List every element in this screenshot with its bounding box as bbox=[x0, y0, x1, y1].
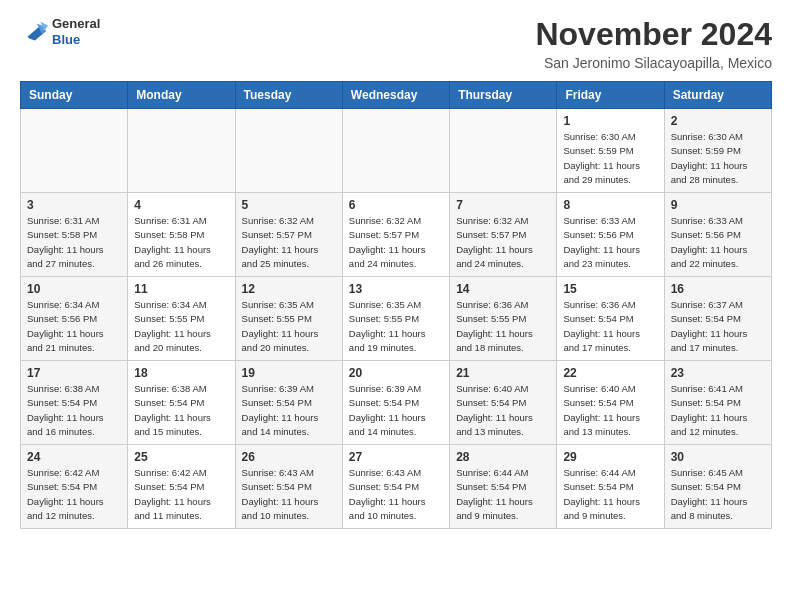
day-info: Sunrise: 6:32 AMSunset: 5:57 PMDaylight:… bbox=[456, 214, 550, 271]
month-title: November 2024 bbox=[535, 16, 772, 53]
day-info: Sunrise: 6:34 AMSunset: 5:56 PMDaylight:… bbox=[27, 298, 121, 355]
day-info: Sunrise: 6:36 AMSunset: 5:55 PMDaylight:… bbox=[456, 298, 550, 355]
day-header-friday: Friday bbox=[557, 82, 664, 109]
day-info: Sunrise: 6:32 AMSunset: 5:57 PMDaylight:… bbox=[349, 214, 443, 271]
day-number: 23 bbox=[671, 366, 765, 380]
day-number: 22 bbox=[563, 366, 657, 380]
calendar-cell bbox=[450, 109, 557, 193]
calendar-cell: 4Sunrise: 6:31 AMSunset: 5:58 PMDaylight… bbox=[128, 193, 235, 277]
day-header-tuesday: Tuesday bbox=[235, 82, 342, 109]
calendar-cell: 11Sunrise: 6:34 AMSunset: 5:55 PMDayligh… bbox=[128, 277, 235, 361]
day-number: 9 bbox=[671, 198, 765, 212]
day-info: Sunrise: 6:37 AMSunset: 5:54 PMDaylight:… bbox=[671, 298, 765, 355]
calendar-cell: 24Sunrise: 6:42 AMSunset: 5:54 PMDayligh… bbox=[21, 445, 128, 529]
logo-text: General Blue bbox=[52, 16, 100, 47]
day-info: Sunrise: 6:43 AMSunset: 5:54 PMDaylight:… bbox=[242, 466, 336, 523]
calendar-cell: 14Sunrise: 6:36 AMSunset: 5:55 PMDayligh… bbox=[450, 277, 557, 361]
title-section: November 2024 San Jeronimo Silacayoapill… bbox=[535, 16, 772, 71]
day-header-thursday: Thursday bbox=[450, 82, 557, 109]
day-info: Sunrise: 6:30 AMSunset: 5:59 PMDaylight:… bbox=[563, 130, 657, 187]
logo-line1: General bbox=[52, 16, 100, 32]
location: San Jeronimo Silacayoapilla, Mexico bbox=[535, 55, 772, 71]
day-info: Sunrise: 6:33 AMSunset: 5:56 PMDaylight:… bbox=[563, 214, 657, 271]
calendar-cell: 20Sunrise: 6:39 AMSunset: 5:54 PMDayligh… bbox=[342, 361, 449, 445]
calendar-week-5: 24Sunrise: 6:42 AMSunset: 5:54 PMDayligh… bbox=[21, 445, 772, 529]
calendar-week-3: 10Sunrise: 6:34 AMSunset: 5:56 PMDayligh… bbox=[21, 277, 772, 361]
day-number: 5 bbox=[242, 198, 336, 212]
day-number: 14 bbox=[456, 282, 550, 296]
day-header-monday: Monday bbox=[128, 82, 235, 109]
day-number: 26 bbox=[242, 450, 336, 464]
day-number: 25 bbox=[134, 450, 228, 464]
day-number: 11 bbox=[134, 282, 228, 296]
calendar-cell: 23Sunrise: 6:41 AMSunset: 5:54 PMDayligh… bbox=[664, 361, 771, 445]
day-number: 1 bbox=[563, 114, 657, 128]
day-info: Sunrise: 6:38 AMSunset: 5:54 PMDaylight:… bbox=[27, 382, 121, 439]
page-header: General Blue November 2024 San Jeronimo … bbox=[20, 16, 772, 71]
day-number: 2 bbox=[671, 114, 765, 128]
logo-line2: Blue bbox=[52, 32, 100, 48]
calendar-cell: 7Sunrise: 6:32 AMSunset: 5:57 PMDaylight… bbox=[450, 193, 557, 277]
day-info: Sunrise: 6:31 AMSunset: 5:58 PMDaylight:… bbox=[27, 214, 121, 271]
calendar-cell: 3Sunrise: 6:31 AMSunset: 5:58 PMDaylight… bbox=[21, 193, 128, 277]
calendar-cell: 10Sunrise: 6:34 AMSunset: 5:56 PMDayligh… bbox=[21, 277, 128, 361]
day-number: 15 bbox=[563, 282, 657, 296]
day-number: 18 bbox=[134, 366, 228, 380]
logo-icon bbox=[20, 18, 48, 46]
calendar-cell: 18Sunrise: 6:38 AMSunset: 5:54 PMDayligh… bbox=[128, 361, 235, 445]
calendar-cell: 16Sunrise: 6:37 AMSunset: 5:54 PMDayligh… bbox=[664, 277, 771, 361]
day-info: Sunrise: 6:39 AMSunset: 5:54 PMDaylight:… bbox=[242, 382, 336, 439]
day-number: 3 bbox=[27, 198, 121, 212]
calendar-cell: 13Sunrise: 6:35 AMSunset: 5:55 PMDayligh… bbox=[342, 277, 449, 361]
calendar-cell: 22Sunrise: 6:40 AMSunset: 5:54 PMDayligh… bbox=[557, 361, 664, 445]
calendar-cell: 30Sunrise: 6:45 AMSunset: 5:54 PMDayligh… bbox=[664, 445, 771, 529]
day-number: 4 bbox=[134, 198, 228, 212]
day-header-sunday: Sunday bbox=[21, 82, 128, 109]
calendar-table: SundayMondayTuesdayWednesdayThursdayFrid… bbox=[20, 81, 772, 529]
calendar-cell: 25Sunrise: 6:42 AMSunset: 5:54 PMDayligh… bbox=[128, 445, 235, 529]
calendar-cell bbox=[342, 109, 449, 193]
day-number: 6 bbox=[349, 198, 443, 212]
day-info: Sunrise: 6:36 AMSunset: 5:54 PMDaylight:… bbox=[563, 298, 657, 355]
calendar-cell: 1Sunrise: 6:30 AMSunset: 5:59 PMDaylight… bbox=[557, 109, 664, 193]
calendar-cell: 29Sunrise: 6:44 AMSunset: 5:54 PMDayligh… bbox=[557, 445, 664, 529]
calendar-header-row: SundayMondayTuesdayWednesdayThursdayFrid… bbox=[21, 82, 772, 109]
calendar-cell: 28Sunrise: 6:44 AMSunset: 5:54 PMDayligh… bbox=[450, 445, 557, 529]
day-info: Sunrise: 6:38 AMSunset: 5:54 PMDaylight:… bbox=[134, 382, 228, 439]
day-number: 30 bbox=[671, 450, 765, 464]
calendar-week-2: 3Sunrise: 6:31 AMSunset: 5:58 PMDaylight… bbox=[21, 193, 772, 277]
calendar-cell bbox=[235, 109, 342, 193]
day-info: Sunrise: 6:44 AMSunset: 5:54 PMDaylight:… bbox=[456, 466, 550, 523]
calendar-cell: 6Sunrise: 6:32 AMSunset: 5:57 PMDaylight… bbox=[342, 193, 449, 277]
day-info: Sunrise: 6:35 AMSunset: 5:55 PMDaylight:… bbox=[242, 298, 336, 355]
day-number: 12 bbox=[242, 282, 336, 296]
day-header-wednesday: Wednesday bbox=[342, 82, 449, 109]
calendar-cell bbox=[21, 109, 128, 193]
calendar-cell: 12Sunrise: 6:35 AMSunset: 5:55 PMDayligh… bbox=[235, 277, 342, 361]
day-header-saturday: Saturday bbox=[664, 82, 771, 109]
day-number: 16 bbox=[671, 282, 765, 296]
day-number: 27 bbox=[349, 450, 443, 464]
calendar-cell: 17Sunrise: 6:38 AMSunset: 5:54 PMDayligh… bbox=[21, 361, 128, 445]
calendar-cell: 15Sunrise: 6:36 AMSunset: 5:54 PMDayligh… bbox=[557, 277, 664, 361]
calendar-cell: 8Sunrise: 6:33 AMSunset: 5:56 PMDaylight… bbox=[557, 193, 664, 277]
day-info: Sunrise: 6:35 AMSunset: 5:55 PMDaylight:… bbox=[349, 298, 443, 355]
day-info: Sunrise: 6:41 AMSunset: 5:54 PMDaylight:… bbox=[671, 382, 765, 439]
day-info: Sunrise: 6:40 AMSunset: 5:54 PMDaylight:… bbox=[456, 382, 550, 439]
day-number: 28 bbox=[456, 450, 550, 464]
calendar-cell bbox=[128, 109, 235, 193]
calendar-week-4: 17Sunrise: 6:38 AMSunset: 5:54 PMDayligh… bbox=[21, 361, 772, 445]
day-info: Sunrise: 6:34 AMSunset: 5:55 PMDaylight:… bbox=[134, 298, 228, 355]
day-number: 21 bbox=[456, 366, 550, 380]
day-info: Sunrise: 6:45 AMSunset: 5:54 PMDaylight:… bbox=[671, 466, 765, 523]
day-number: 13 bbox=[349, 282, 443, 296]
day-info: Sunrise: 6:42 AMSunset: 5:54 PMDaylight:… bbox=[134, 466, 228, 523]
calendar-cell: 27Sunrise: 6:43 AMSunset: 5:54 PMDayligh… bbox=[342, 445, 449, 529]
day-info: Sunrise: 6:44 AMSunset: 5:54 PMDaylight:… bbox=[563, 466, 657, 523]
calendar-week-1: 1Sunrise: 6:30 AMSunset: 5:59 PMDaylight… bbox=[21, 109, 772, 193]
day-number: 7 bbox=[456, 198, 550, 212]
day-number: 10 bbox=[27, 282, 121, 296]
day-number: 20 bbox=[349, 366, 443, 380]
calendar-cell: 9Sunrise: 6:33 AMSunset: 5:56 PMDaylight… bbox=[664, 193, 771, 277]
calendar-cell: 5Sunrise: 6:32 AMSunset: 5:57 PMDaylight… bbox=[235, 193, 342, 277]
